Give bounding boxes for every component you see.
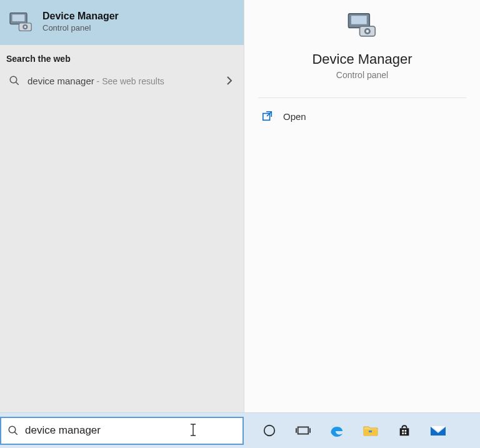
- svg-rect-25: [404, 432, 406, 434]
- svg-rect-22: [402, 430, 404, 432]
- taskbar-icons: [261, 413, 446, 448]
- web-result-suffix: - See web results: [94, 76, 164, 86]
- svg-point-14: [9, 426, 16, 433]
- open-icon: [262, 111, 273, 122]
- svg-point-4: [24, 26, 27, 28]
- web-result-text: device manager - See web results: [28, 76, 219, 86]
- detail-panel: Device Manager Control panel Open: [244, 0, 480, 412]
- device-manager-icon: [346, 11, 379, 40]
- svg-rect-8: [351, 16, 367, 24]
- best-match-title: Device Manager: [42, 10, 119, 23]
- best-match-text: Device Manager Control panel: [42, 10, 119, 34]
- svg-rect-1: [12, 14, 25, 21]
- svg-rect-17: [298, 427, 309, 434]
- device-manager-icon: [8, 11, 35, 33]
- mail-button[interactable]: [430, 422, 446, 439]
- search-icon: [8, 425, 19, 436]
- detail-title: Device Manager: [244, 51, 480, 67]
- detail-subtitle: Control panel: [244, 70, 480, 80]
- web-search-result[interactable]: device manager - See web results: [0, 69, 244, 92]
- open-action[interactable]: Open: [244, 98, 480, 134]
- svg-rect-21: [369, 431, 372, 432]
- web-section-header: Search the web: [0, 45, 244, 69]
- svg-line-6: [16, 82, 19, 85]
- task-view-button[interactable]: [295, 422, 311, 439]
- search-input[interactable]: [25, 424, 236, 437]
- search-icon: [9, 75, 20, 86]
- file-explorer-button[interactable]: [362, 422, 379, 439]
- svg-line-13: [267, 112, 271, 116]
- chevron-right-icon: [226, 76, 235, 86]
- svg-point-5: [10, 76, 17, 83]
- svg-point-16: [264, 426, 275, 436]
- svg-line-15: [14, 432, 18, 435]
- svg-point-11: [366, 30, 369, 33]
- store-button[interactable]: [396, 422, 412, 439]
- detail-header: Device Manager Control panel: [244, 0, 480, 97]
- cortana-button[interactable]: [261, 422, 278, 439]
- open-label: Open: [283, 111, 306, 122]
- edge-button[interactable]: [329, 422, 345, 439]
- web-result-query: device manager: [28, 76, 94, 86]
- taskbar: [0, 412, 480, 448]
- best-match-result[interactable]: Device Manager Control panel: [0, 0, 244, 45]
- svg-rect-24: [402, 432, 404, 434]
- svg-rect-23: [404, 430, 406, 432]
- best-match-subtitle: Control panel: [42, 23, 119, 34]
- taskbar-search[interactable]: [0, 417, 244, 445]
- results-panel: Device Manager Control panel Search the …: [0, 0, 244, 412]
